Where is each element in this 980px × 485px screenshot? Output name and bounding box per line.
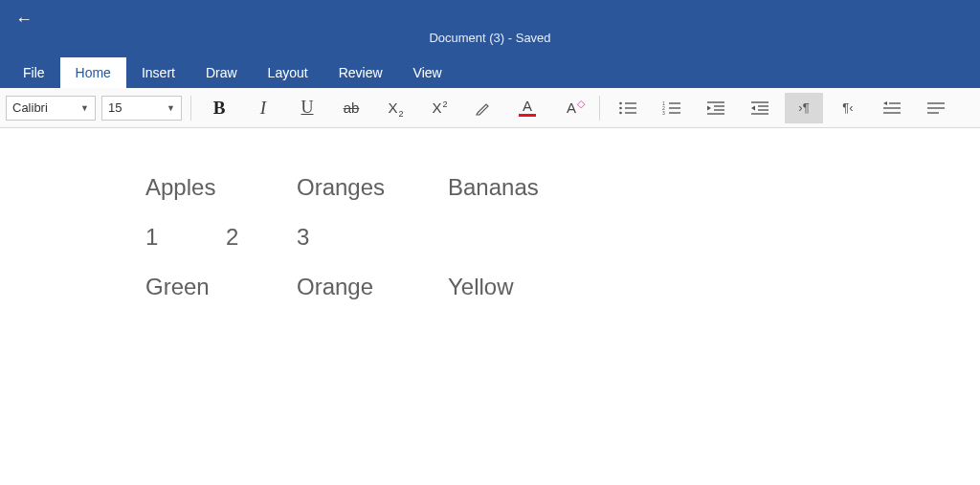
superscript-icon: X2	[432, 99, 446, 116]
cell[interactable]: 1	[145, 224, 226, 251]
font-name-selector[interactable]: Calibri ▼	[6, 96, 96, 121]
increase-indent-button[interactable]	[741, 93, 779, 123]
menu-bar: File Home Insert Draw Layout Review View	[0, 54, 980, 88]
font-color-button[interactable]: A	[508, 93, 546, 123]
highlight-button[interactable]	[464, 93, 502, 123]
page[interactable]: Apples Oranges Bananas 1 2 3 Green Orang…	[0, 128, 980, 485]
ltr-paragraph-icon: ›¶	[798, 100, 809, 115]
svg-marker-13	[707, 105, 711, 110]
decrease-indent-icon	[706, 100, 725, 116]
document-title: Document (3) - Saved	[429, 31, 550, 45]
svg-marker-22	[883, 101, 887, 105]
font-size-value: 15	[102, 100, 161, 115]
numbered-list-button[interactable]: 1 2 3	[653, 93, 691, 123]
font-size-selector[interactable]: 15 ▼	[101, 96, 182, 121]
menu-draw[interactable]: Draw	[190, 57, 253, 88]
menu-review[interactable]: Review	[323, 57, 398, 88]
title-bar: ← Document (3) - Saved	[0, 0, 980, 54]
cell[interactable]: Apples	[145, 174, 297, 201]
svg-point-2	[619, 106, 622, 109]
bulleted-list-icon	[618, 100, 637, 116]
table-row: 1 2 3	[145, 224, 980, 251]
cell[interactable]: Orange	[297, 274, 448, 300]
svg-text:3: 3	[662, 110, 665, 116]
table-row: Green Orange Yellow	[145, 274, 980, 300]
bold-button[interactable]: B	[200, 93, 238, 123]
menu-layout[interactable]: Layout	[253, 57, 323, 88]
bold-icon: B	[213, 98, 226, 119]
bulleted-list-button[interactable]	[609, 93, 647, 123]
cell[interactable]: Bananas	[448, 174, 599, 201]
chevron-down-icon: ▼	[161, 103, 181, 113]
subscript-icon: X2	[388, 99, 402, 116]
font-name-value: Calibri	[7, 100, 75, 115]
separator	[190, 96, 191, 121]
align-icon	[926, 100, 946, 116]
decrease-indent-button[interactable]	[697, 93, 735, 123]
underline-button[interactable]: U	[288, 93, 326, 123]
cell[interactable]: Yellow	[448, 274, 599, 300]
menu-view[interactable]: View	[398, 57, 457, 88]
increase-indent-icon	[750, 100, 769, 116]
rtl-paragraph-icon: ¶‹	[842, 100, 853, 115]
italic-icon: I	[260, 98, 266, 119]
clear-formatting-button[interactable]: A◇	[552, 93, 590, 123]
separator	[599, 96, 600, 121]
menu-file[interactable]: File	[8, 57, 60, 88]
svg-point-4	[619, 111, 622, 114]
menu-insert[interactable]: Insert	[126, 57, 190, 88]
menu-home[interactable]: Home	[60, 57, 126, 88]
back-icon[interactable]: ←	[10, 6, 38, 33]
cell[interactable]: Green	[145, 274, 297, 300]
special-indent-button[interactable]	[873, 93, 911, 123]
cell[interactable]: Oranges	[297, 174, 448, 201]
rtl-paragraph-button[interactable]: ¶‹	[829, 93, 867, 123]
strikethrough-button[interactable]: ab	[332, 93, 370, 123]
highlight-icon	[475, 99, 492, 117]
svg-point-0	[619, 101, 622, 104]
font-color-icon: A	[519, 99, 536, 117]
chevron-down-icon: ▼	[75, 103, 95, 113]
ribbon: Calibri ▼ 15 ▼ B I U ab X2 X2 A A◇ 1 2 3	[0, 88, 980, 128]
subscript-button[interactable]: X2	[376, 93, 414, 123]
document-area: Apples Oranges Bananas 1 2 3 Green Orang…	[0, 128, 980, 485]
strikethrough-icon: ab	[344, 99, 360, 116]
cell[interactable]: 2	[226, 224, 297, 251]
italic-button[interactable]: I	[244, 93, 282, 123]
align-button[interactable]	[917, 93, 955, 123]
numbered-list-icon: 1 2 3	[662, 100, 681, 116]
underline-icon: U	[301, 98, 314, 118]
table-row: Apples Oranges Bananas	[145, 174, 980, 201]
clear-formatting-icon: A◇	[567, 99, 576, 116]
cell[interactable]: 3	[297, 224, 377, 251]
ltr-paragraph-button[interactable]: ›¶	[785, 93, 823, 123]
superscript-button[interactable]: X2	[420, 93, 458, 123]
special-indent-icon	[882, 100, 902, 116]
svg-marker-18	[751, 105, 755, 110]
